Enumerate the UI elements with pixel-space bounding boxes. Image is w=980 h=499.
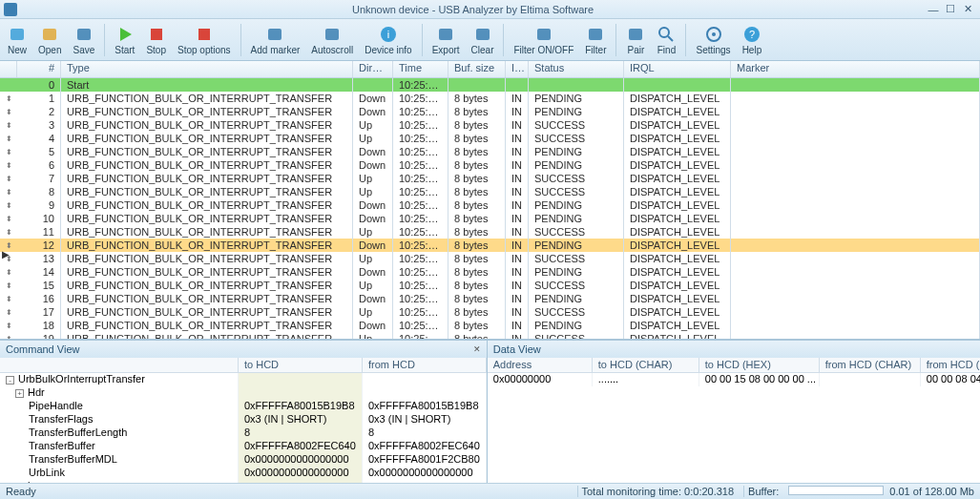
device-info-button[interactable]: iDevice info	[359, 21, 417, 59]
command-row[interactable]: TransferBufferMDL0x00000000000000000xFFF…	[0, 453, 487, 467]
col-irql[interactable]: IRQL	[624, 61, 731, 77]
toolbar-separator	[104, 24, 105, 56]
save-icon	[74, 25, 94, 44]
pair-icon	[626, 25, 645, 44]
command-view-close-icon[interactable]: ✕	[473, 344, 481, 354]
col-status[interactable]: Status	[529, 61, 624, 77]
stop-options-button[interactable]: Stop options	[172, 21, 237, 59]
command-row[interactable]: TransferFlags0x3 (IN | SHORT)0x3 (IN | S…	[0, 413, 487, 426]
window-title: Unknown device - USB Analyzer by Eltima …	[21, 4, 925, 15]
col-type[interactable]: Type	[61, 61, 353, 77]
col-io[interactable]: I/O	[506, 61, 529, 77]
help-button[interactable]: ?Help	[737, 21, 768, 59]
close-button[interactable]: ✕	[959, 2, 976, 17]
svg-rect-7	[325, 29, 339, 40]
save-button[interactable]: Save	[67, 21, 100, 59]
autoscroll-button[interactable]: Autoscroll	[305, 21, 359, 59]
find-button[interactable]: Find	[651, 21, 681, 59]
row-icon: ⬍	[0, 305, 17, 319]
svg-rect-4	[151, 29, 162, 40]
table-row[interactable]: ⬍10URB_FUNCTION_BULK_OR_INTERRUPT_TRANSF…	[0, 212, 980, 225]
table-row[interactable]: ⬍15URB_FUNCTION_BULK_OR_INTERRUPT_TRANSF…	[0, 279, 980, 292]
table-row[interactable]: ⬍4URB_FUNCTION_BULK_OR_INTERRUPT_TRANSFE…	[0, 132, 980, 145]
data-view-title: Data View ✕	[488, 341, 980, 358]
table-row[interactable]: ⬍1URB_FUNCTION_BULK_OR_INTERRUPT_TRANSFE…	[0, 92, 980, 105]
command-row[interactable]: -UrbBulkOrInterruptTransfer	[0, 373, 487, 386]
row-icon	[0, 78, 17, 92]
maximize-button[interactable]: ☐	[942, 2, 959, 17]
table-row[interactable]: ⬍11URB_FUNCTION_BULK_OR_INTERRUPT_TRANSF…	[0, 225, 980, 239]
clear-button[interactable]: Clear	[466, 21, 500, 59]
open-icon	[40, 25, 59, 44]
filter-on-off-button[interactable]: Filter ON/OFF	[508, 21, 579, 59]
table-row[interactable]: ⬍7URB_FUNCTION_BULK_OR_INTERRUPT_TRANSFE…	[0, 172, 980, 185]
table-row[interactable]: ⬍2URB_FUNCTION_BULK_OR_INTERRUPT_TRANSFE…	[0, 105, 980, 118]
data-row[interactable]: 0x00000000.......00 00 15 08 00 00 00 ..…	[488, 373, 980, 386]
svg-line-16	[668, 36, 673, 41]
data-view-body[interactable]: 0x00000000.......00 00 15 08 00 00 00 ..…	[488, 373, 980, 483]
row-icon: ⬍	[0, 132, 17, 145]
table-row[interactable]: ⬍3URB_FUNCTION_BULK_OR_INTERRUPT_TRANSFE…	[0, 118, 980, 132]
command-row[interactable]: TransferBufferLength88	[0, 426, 487, 440]
toolbar-separator	[422, 24, 423, 56]
stop-options-icon	[195, 25, 214, 44]
grid-body[interactable]: 0Start10:25:45.670⬍1URB_FUNCTION_BULK_OR…	[0, 78, 980, 340]
tree-toggle-icon[interactable]: +	[15, 389, 24, 398]
table-row[interactable]: ⬍13URB_FUNCTION_BULK_OR_INTERRUPT_TRANSF…	[0, 252, 980, 265]
svg-marker-3	[120, 28, 132, 41]
new-button[interactable]: New	[2, 21, 32, 59]
buffer-progress	[788, 486, 884, 495]
tree-toggle-icon[interactable]: -	[6, 376, 14, 385]
table-row[interactable]: ⬍18URB_FUNCTION_BULK_OR_INTERRUPT_TRANSF…	[0, 319, 980, 332]
command-row[interactable]: TransferBuffer0xFFFFFA8002FEC6400xFFFFFA…	[0, 440, 487, 453]
table-row[interactable]: ⬍6URB_FUNCTION_BULK_OR_INTERRUPT_TRANSFE…	[0, 158, 980, 172]
packet-grid: # Type Direction Time Buf. size I/O Stat…	[0, 61, 980, 340]
row-icon: ⬍	[0, 319, 17, 332]
pair-button[interactable]: Pair	[620, 21, 651, 59]
data-view-pane: Data View ✕ Address to HCD (CHAR) to HCD…	[488, 340, 980, 483]
table-row[interactable]: ⬍8URB_FUNCTION_BULK_OR_INTERRUPT_TRANSFE…	[0, 185, 980, 198]
filter-button[interactable]: Filter	[579, 21, 612, 59]
command-row[interactable]: PipeHandle0xFFFFFA80015B19B80xFFFFFA8001…	[0, 400, 487, 413]
col-marker[interactable]: Marker	[731, 61, 980, 77]
svg-point-18	[712, 32, 716, 36]
col-num[interactable]: #	[17, 61, 61, 77]
command-view-title: Command View ✕	[0, 341, 487, 358]
svg-rect-6	[268, 29, 281, 40]
row-icon: ⬍	[0, 279, 17, 292]
table-row[interactable]: ⬍12URB_FUNCTION_BULK_OR_INTERRUPT_TRANSF…	[0, 239, 980, 252]
command-row[interactable]: +Hdr	[0, 386, 487, 400]
minimize-button[interactable]: —	[925, 2, 942, 17]
command-row[interactable]: UrbLink0x00000000000000000x0000000000000…	[0, 467, 487, 480]
grid-header[interactable]: # Type Direction Time Buf. size I/O Stat…	[0, 61, 980, 78]
table-row[interactable]: ⬍5URB_FUNCTION_BULK_OR_INTERRUPT_TRANSFE…	[0, 145, 980, 158]
open-button[interactable]: Open	[32, 21, 67, 59]
stop-icon	[147, 25, 166, 44]
svg-rect-11	[476, 29, 490, 40]
command-view-body[interactable]: -UrbBulkOrInterruptTransfer+HdrPipeHandl…	[0, 373, 487, 483]
row-icon: ⬍	[0, 332, 17, 340]
start-button[interactable]: Start	[109, 21, 140, 59]
table-row[interactable]: ⬍9URB_FUNCTION_BULK_OR_INTERRUPT_TRANSFE…	[0, 198, 980, 212]
col-bufsize[interactable]: Buf. size	[448, 61, 506, 77]
help-icon: ?	[742, 25, 761, 44]
col-direction[interactable]: Direction	[353, 61, 393, 77]
command-row[interactable]: +hca	[0, 480, 487, 483]
row-icon: ⬍	[0, 158, 17, 172]
add-marker-button[interactable]: Add marker	[245, 21, 306, 59]
table-row[interactable]: ⬍16URB_FUNCTION_BULK_OR_INTERRUPT_TRANSF…	[0, 292, 980, 305]
data-view-header: Address to HCD (CHAR) to HCD (HEX) from …	[488, 358, 980, 373]
stop-button[interactable]: Stop	[140, 21, 172, 59]
svg-rect-13	[589, 29, 602, 40]
settings-button[interactable]: Settings	[690, 21, 736, 59]
table-row[interactable]: ⬍19URB_FUNCTION_BULK_OR_INTERRUPT_TRANSF…	[0, 332, 980, 340]
export-button[interactable]: Export	[427, 21, 466, 59]
svg-text:?: ?	[749, 29, 755, 40]
table-row[interactable]: 0Start10:25:45.670	[0, 78, 980, 92]
svg-rect-14	[629, 29, 642, 40]
autoscroll-icon	[323, 25, 342, 44]
table-row[interactable]: ⬍17URB_FUNCTION_BULK_OR_INTERRUPT_TRANSF…	[0, 305, 980, 319]
table-row[interactable]: ⬍14URB_FUNCTION_BULK_OR_INTERRUPT_TRANSF…	[0, 265, 980, 279]
col-time[interactable]: Time	[393, 61, 448, 77]
info-icon: i	[379, 25, 398, 44]
